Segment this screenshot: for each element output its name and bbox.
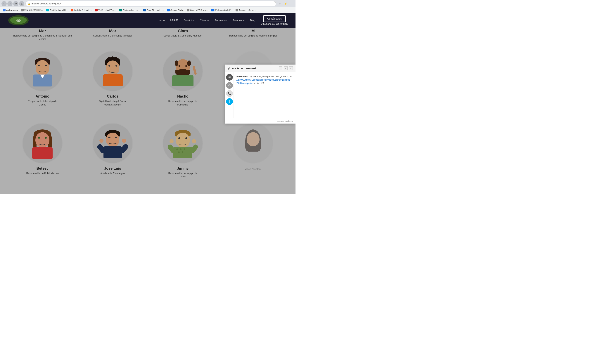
team-member-jose: Jose Luís Analista de Estrategias [78,119,148,184]
member-name-carlos: Carlos [107,94,118,98]
bookmark-yelp[interactable]: Verificación | Yelp... [93,8,117,12]
chat-phone-icon[interactable]: 📞 [226,90,233,97]
address-bar[interactable]: 🔒 marketingsurfers.com/equipo/ [26,1,276,6]
forward-button[interactable]: → [7,1,13,6]
team-member-mar1: Mar Responsable del equipo de Contenidos… [7,28,78,44]
member-name-betsey: Betsey [36,166,48,171]
team-grid-row3: Betsey Responsable de Publicidad en [0,116,296,188]
bookmark-wallpaper[interactable]: 电脑壁纸-电脑桌面... [20,8,45,12]
chat-skype-icon[interactable]: S [226,98,233,105]
site-logo[interactable]: WorldMarketingSurfers [7,15,30,26]
team-member-m: M Responsable del equipo de Marketing Di… [218,28,288,44]
chat-footer-text: usamos Livebeep [277,120,293,122]
chat-header: ¡Contacta con nosotros! □ ↗ ∨ [225,65,296,72]
team-member-carlos: Carlos Digital Marketing & Social Media … [78,47,148,112]
member-name-jimmy: Jimmy [177,166,189,171]
chat-sidebar: ✉ ⟳ 📞 S [225,72,234,118]
chat-error-label: Parse error: [236,75,249,78]
team-member-clara: Clara Social Media & Community Manager [148,28,218,44]
chat-history-icon[interactable]: ⟳ [226,82,233,89]
lock-icon: 🔒 [28,3,30,5]
member-name-jose: Jose Luís [104,166,121,171]
team-member-mar2: Mar Social Media & Community Manager [78,28,148,44]
url-text: marketingsurfers.com/equipo/ [32,2,61,5]
page-content: Mar Responsable del equipo de Contenidos… [0,28,296,194]
nav-servicios[interactable]: Servicios [184,19,194,22]
bookmark-chat[interactable]: Chat en vivo, corr... [118,8,142,12]
member-name-nacho: Nacho [177,94,189,98]
team-member-jimmy: Jimmy Responsable del equipo de Vídeo [148,119,218,184]
creator-studio-label: Creator Studio [171,9,184,11]
nav-equipo[interactable]: Equipo [170,19,178,22]
nav-clientes[interactable]: Clientes [200,19,209,22]
chat-minimize-button[interactable]: □ [279,66,282,70]
refresh-button[interactable]: ↻ [13,1,19,6]
member-role-nacho: Responsable del equipo de Publicidad [166,100,199,106]
top-team-row: Mar Responsable del equipo de Contenidos… [0,28,296,44]
browser-actions: ☆ ⚡ ⋮ [277,1,294,6]
bookmark-social[interactable]: Acceder · |Social... [234,8,257,12]
menu-button[interactable]: ⋮ [289,1,294,6]
chat-error-message: Parse error: syntax error, unexpected 'n… [236,75,293,85]
bookmark-creator-studio[interactable]: Creator Studio [166,8,185,12]
bookmark-sede[interactable]: Sede Electrónica... [142,8,165,12]
nav-blog[interactable]: Blog [250,19,255,22]
avatar-carlos [92,51,133,91]
avatar-betsey [22,123,63,163]
browser-nav-buttons: ← → ↻ ⌂ [1,1,24,6]
browser-toolbar: ← → ↻ ⌂ 🔒 marketingsurfers.com/equipo/ ☆… [0,0,296,7]
member-name-antonio: Antonio [35,94,49,98]
bookmark-duplex[interactable]: Dúplex en Calle P... [210,8,234,12]
avatar-nacho [163,51,203,91]
bookmark-outro[interactable]: Outro MP3 Downl... [185,8,209,12]
home-button[interactable]: ⌂ [19,1,24,6]
site-navigation: Inicio Equipo Servicios Clientes Formaci… [159,15,288,25]
bookmark-button[interactable]: ☆ [277,1,282,6]
chat-controls: □ ↗ ∨ [279,66,293,70]
avatar-jimmy [163,123,203,163]
member-role-jimmy: Responsable del equipo de Vídeo [166,172,199,178]
avatar-unknown [233,123,273,163]
chat-collapse-button[interactable]: ∨ [289,66,293,70]
member-role-carlos: Digital Marketing & Social Media Strateg… [96,100,129,106]
bookmark-aplicaciones[interactable]: Aplicaciones [1,8,19,12]
member-role-jose: Analista de Estrategias [100,172,125,175]
member-role-antonio: Responsable del equipo de Diseño [26,100,59,106]
nav-franquicia[interactable]: Franquicia [232,19,244,22]
nav-formacion[interactable]: Formación [215,19,227,22]
browser-chrome: ← → ↻ ⌂ 🔒 marketingsurfers.com/equipo/ ☆… [0,0,296,13]
logo-text: WorldMarketingSurfers [16,19,21,22]
member-role-unknown: Vídeo Assistant [245,167,261,171]
chat-widget: ¡Contacta con nosotros! □ ↗ ∨ ✉ ⟳ 📞 S Pa… [225,65,296,124]
chat-title-text: ¡Contacta con nosotros! [228,67,256,70]
team-member-betsey: Betsey Responsable de Publicidad en [7,119,78,184]
member-role-betsey: Responsable de Publicidad en [26,172,59,175]
nav-inicio[interactable]: Inicio [159,19,165,22]
chat-error-text: syntax error, unexpected 'new' (T_NEW) i… [249,75,292,78]
team-member-unknown: Vídeo Assistant [218,119,288,184]
back-button[interactable]: ← [1,1,7,6]
bookmarks-bar: Aplicaciones 电脑壁纸-电脑桌面... Chat Livebeep … [0,7,296,13]
chat-expand-button[interactable]: ↗ [284,66,288,70]
chat-footer: usamos Livebeep [225,118,296,124]
avatar-antonio [22,51,63,91]
bookmark-livebeep[interactable]: Chat Livebeep | Li... [45,8,69,12]
contactanos-button[interactable]: Contáctanos [263,15,286,22]
bookmark-website[interactable]: Website & Landin... [69,8,93,12]
avatar-jose [92,123,133,163]
nav-phone: O llámanos al 916 403 206 [261,23,288,25]
chat-email-icon[interactable]: ✉ [226,74,233,81]
team-member-antonio: Antonio Responsable del equipo de Diseño [7,47,78,112]
site-header: WorldMarketingSurfers Inicio Equipo Serv… [0,13,296,28]
logo-image: WorldMarketingSurfers [8,15,29,26]
chat-body: Parse error: syntax error, unexpected 'n… [225,72,296,109]
chat-error-line: on line 595 [254,82,264,84]
extensions-button[interactable]: ⚡ [283,1,288,6]
team-member-nacho: Nacho Responsable del equipo de Publicid… [148,47,218,112]
